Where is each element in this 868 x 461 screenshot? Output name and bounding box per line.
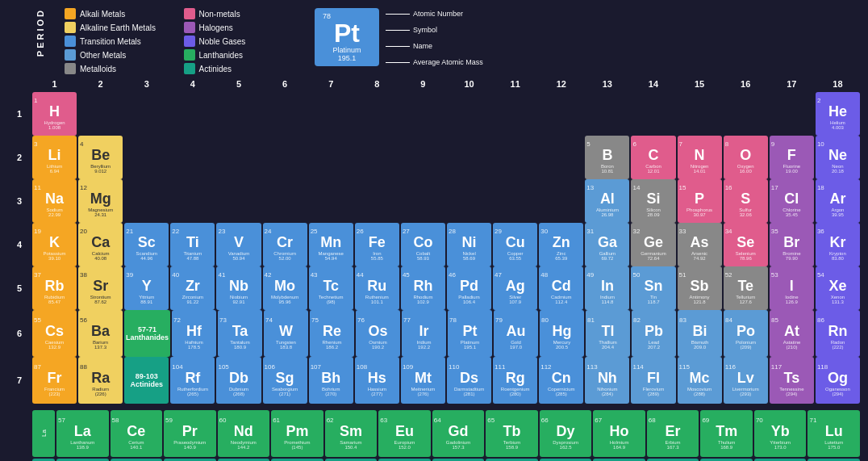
- element-Cr[interactable]: 24CrChromium52.00: [263, 223, 307, 266]
- element-Cu[interactable]: 29CuCopper63.55: [493, 223, 537, 266]
- element-Yb[interactable]: 70YbYtterbium173.0: [754, 410, 807, 457]
- element-Pd[interactable]: 46PdPalladium106.4: [447, 266, 491, 310]
- element-As[interactable]: 33AsArsenic74.92: [678, 223, 722, 266]
- element-Be[interactable]: 4BeBeryllium9.012: [78, 136, 123, 179]
- element-Ir[interactable]: 77IrIridium192.2: [402, 310, 446, 357]
- element-Ag[interactable]: 47AgSilver107.9: [493, 266, 537, 310]
- element-F[interactable]: 9FFluorine19.00: [770, 136, 814, 179]
- element-P[interactable]: 15PPhosphorus30.97: [678, 179, 722, 223]
- element-N[interactable]: 7NNitrogen14.01: [678, 136, 722, 179]
- element-Po[interactable]: 84PoPolonium(209): [724, 310, 768, 357]
- element-V[interactable]: 23VVanadium50.94: [216, 223, 261, 266]
- element-Te[interactable]: 52TeTellurium127.6: [724, 266, 768, 310]
- element-Sr[interactable]: 38SrStrontium87.62: [78, 266, 123, 310]
- element-Zr[interactable]: 40ZrZirconium91.22: [170, 266, 215, 310]
- element-Hs[interactable]: 108HsHassium(277): [355, 357, 399, 404]
- element-Sc[interactable]: 21ScScandium44.96: [124, 223, 169, 266]
- element-Rf[interactable]: 104RfRutherfordium(265): [170, 357, 215, 404]
- element-Mo[interactable]: 42MoMolybdenum95.96: [263, 266, 307, 310]
- element-S[interactable]: 16SSulfur32.06: [724, 179, 768, 223]
- element-Ru[interactable]: 44RuRuthenium101.1: [355, 266, 399, 310]
- element-Pb[interactable]: 82PbLead207.2: [632, 310, 676, 357]
- element-Tc[interactable]: 43TcTechnetium(98): [309, 266, 353, 310]
- element-He[interactable]: 2HeHelium4.003: [816, 92, 860, 136]
- element-Y[interactable]: 39YYttrium88.91: [124, 266, 169, 310]
- element-Sb[interactable]: 51SbAntimony121.8: [678, 266, 722, 310]
- element-Ge[interactable]: 32GeGermanium72.64: [631, 223, 675, 266]
- element-Fl[interactable]: 114FlFlerovium(289): [631, 357, 675, 404]
- element-Mc[interactable]: 115McMoscovium(288): [678, 357, 722, 404]
- element-Ar[interactable]: 18ArArgon39.95: [816, 179, 860, 223]
- element-Ds[interactable]: 110DsDarmstadtium(281): [447, 357, 491, 404]
- element-Cs[interactable]: 55CsCaesium132.9: [32, 310, 77, 357]
- element-Mg[interactable]: 12MgMagnesium24.31: [78, 179, 123, 223]
- element-Ra[interactable]: 88RaRadium(226): [78, 357, 123, 404]
- element-O[interactable]: 8OOxygen16.00: [724, 136, 768, 179]
- element-Zn[interactable]: 30ZnZinc65.39: [539, 223, 583, 266]
- element-Rh[interactable]: 45RhRhodium102.9: [401, 266, 445, 310]
- element-Er[interactable]: 68ErErbium167.3: [647, 410, 699, 457]
- element-Kr[interactable]: 36KrKrypton83.80: [816, 223, 860, 266]
- element-Ts[interactable]: 117TsTennessine(294): [770, 357, 814, 404]
- element-K[interactable]: 19KPotassium39.10: [32, 223, 77, 266]
- element-Ga[interactable]: 31GaGallium69.72: [585, 223, 629, 266]
- element-Al[interactable]: 13AlAluminium26.98: [585, 179, 629, 223]
- element-Xe[interactable]: 54XeXenon131.3: [816, 266, 860, 310]
- element-I[interactable]: 53IIodine126.9: [770, 266, 814, 310]
- element-Gd[interactable]: 64GdGadolinium157.3: [432, 410, 485, 457]
- element-Ho[interactable]: 67HoHolmium164.9: [593, 410, 645, 457]
- element-Tl[interactable]: 81TlThallium204.4: [586, 310, 630, 357]
- element-Nh[interactable]: 113NhNihonium(284): [585, 357, 629, 404]
- element-Bi[interactable]: 83BiBismuth209.0: [678, 310, 722, 357]
- element-Sg[interactable]: 106SgSeaborgium(271): [263, 357, 307, 404]
- element-H[interactable]: 1HHydrogen1.008: [32, 92, 77, 136]
- element-Li[interactable]: 3LiLithium6.94: [32, 136, 77, 179]
- element-Pr[interactable]: 59PrPraseodymium140.9: [164, 410, 216, 457]
- element-Fe[interactable]: 26FeIron55.85: [355, 223, 399, 266]
- element-Ta[interactable]: 73TaTantalum180.9: [218, 310, 262, 357]
- element-Mn[interactable]: 25MnManganese54.94: [309, 223, 353, 266]
- element-Db[interactable]: 105DbDubnium(268): [216, 357, 261, 404]
- element-In[interactable]: 49InIndium114.8: [585, 266, 629, 310]
- element-Ce[interactable]: 58CeCerium140.1: [111, 410, 163, 457]
- element-Tb[interactable]: 65TbTerbium158.9: [486, 410, 538, 457]
- element-Nb[interactable]: 41NbNiobium92.91: [216, 266, 261, 310]
- element-Cl[interactable]: 17ClChlorine35.45: [770, 179, 814, 223]
- element-Pm[interactable]: 61PmPromethium(145): [271, 410, 323, 457]
- element-C[interactable]: 6CCarbon12.01: [631, 136, 675, 179]
- element-Ba[interactable]: 56BaBarium137.3: [78, 310, 123, 357]
- element-Lv[interactable]: 116LvLivermorium(293): [724, 357, 768, 404]
- element-Dy[interactable]: 66DyDysprosium162.5: [540, 410, 592, 457]
- element-Au[interactable]: 79AuGold197.0: [494, 310, 538, 357]
- element-Og[interactable]: 118OgOganesson(294): [816, 357, 860, 404]
- element-W[interactable]: 74WTungsten183.8: [264, 310, 308, 357]
- element-Rg[interactable]: 111RgRoentgenium(280): [493, 357, 537, 404]
- element-At[interactable]: 85AtAstatine(210): [770, 310, 814, 357]
- element-Bh[interactable]: 107BhBohrium(270): [309, 357, 353, 404]
- element-Re[interactable]: 75ReRhenium186.2: [310, 310, 354, 357]
- element-Eu[interactable]: 63EuEuropium152.0: [378, 410, 431, 457]
- element-Na[interactable]: 11NaSodium22.99: [32, 179, 77, 223]
- element-Os[interactable]: 76OsOsmium190.2: [356, 310, 400, 357]
- element-Ni[interactable]: 28NiNickel58.69: [447, 223, 491, 266]
- element-Rn[interactable]: 86RnRadon(222): [816, 310, 860, 357]
- element-Tm[interactable]: 69TmThulium168.9: [700, 410, 753, 457]
- element-Rb[interactable]: 37RbRubidium85.47: [32, 266, 77, 310]
- element-Se[interactable]: 34SeSelenium78.96: [724, 223, 768, 266]
- element-Fr[interactable]: 87FrFrancium(223): [32, 357, 77, 404]
- element-Cn[interactable]: 112CnCopernicium(285): [539, 357, 583, 404]
- element-Sm[interactable]: 62SmSamarium150.4: [325, 410, 378, 457]
- element-Cd[interactable]: 48CdCadmium112.4: [539, 266, 583, 310]
- element-Ca[interactable]: 20CaCalcium40.08: [78, 223, 123, 266]
- element-Ti[interactable]: 22TiTitanium47.88: [170, 223, 215, 266]
- element-Co[interactable]: 27CoCobalt58.93: [401, 223, 445, 266]
- element-Ne[interactable]: 10NeNeon20.18: [816, 136, 860, 179]
- element-Pt[interactable]: 78PtPlatinum195.1: [448, 310, 492, 357]
- element-Nd[interactable]: 60NdNeodymium144.2: [218, 410, 270, 457]
- element-Sn[interactable]: 50SnTin118.7: [631, 266, 675, 310]
- element-La[interactable]: 57LaLanthanum138.9: [56, 410, 109, 457]
- element-B[interactable]: 5BBoron10.81: [585, 136, 629, 179]
- element-Hf[interactable]: 72HfHafnium178.5: [172, 310, 216, 357]
- element-Hg[interactable]: 80HgMercury200.5: [540, 310, 584, 357]
- element-Si[interactable]: 14SiSilicon28.09: [631, 179, 675, 223]
